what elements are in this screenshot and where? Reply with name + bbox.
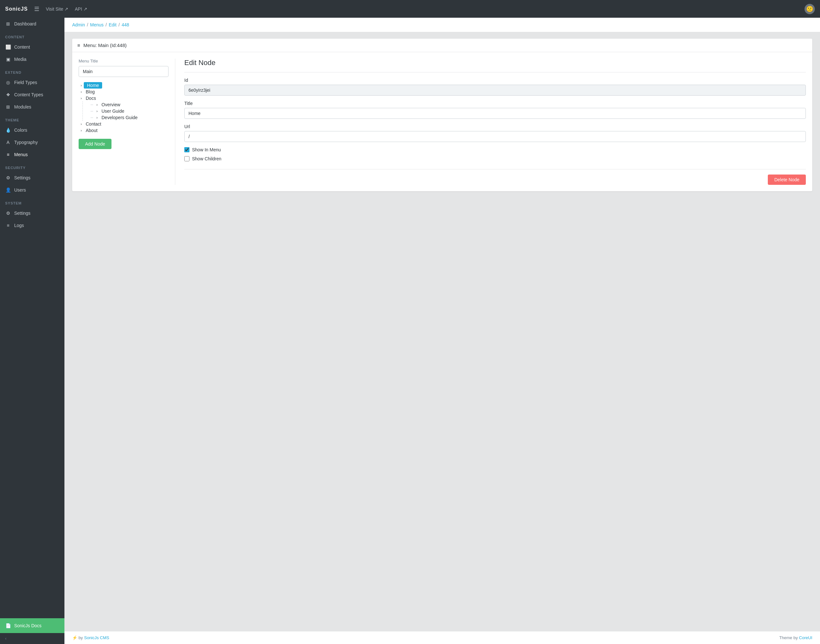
sidebar-item-content[interactable]: ⬜ Content	[0, 41, 64, 53]
show-in-menu-label[interactable]: Show In Menu	[192, 147, 221, 152]
menu-tree: › Home › Blog ›	[78, 82, 169, 133]
sidebar: ⊞ Dashboard CONTENT ⬜ Content ▣ Media EX…	[0, 18, 64, 644]
menu-panel: Menu Title › Home › B	[78, 58, 175, 185]
sidebar-item-modules[interactable]: ⊞ Modules	[0, 101, 64, 113]
tree-item-devguide-label[interactable]: Developers Guide	[100, 114, 140, 121]
tree-row-docs: › Docs › Overview	[78, 95, 169, 121]
title-field-group: Title	[184, 101, 806, 119]
sidebar-item-colors[interactable]: 💧 Colors	[0, 124, 64, 136]
breadcrumb-sep-3: /	[118, 22, 120, 28]
breadcrumb-edit[interactable]: Edit	[109, 22, 117, 28]
menu-list-icon: ≡	[77, 43, 80, 48]
breadcrumb-menus[interactable]: Menus	[90, 22, 104, 28]
sidebar-item-media-label: Media	[14, 57, 26, 62]
chevron-about: ›	[78, 128, 84, 133]
breadcrumb-admin[interactable]: Admin	[72, 22, 85, 28]
tree-row-contact[interactable]: › Contact	[78, 121, 169, 127]
tree-row-userguide[interactable]: › User Guide	[91, 108, 169, 114]
users-icon: 👤	[5, 187, 11, 193]
sidebar-item-users-label: Users	[14, 187, 26, 193]
visit-site-link[interactable]: Visit Site ↗	[46, 6, 68, 12]
sidebar-item-field-types[interactable]: ◎ Field Types	[0, 76, 64, 89]
show-children-label[interactable]: Show Children	[192, 156, 221, 161]
sidebar-item-typography[interactable]: A Typography	[0, 136, 64, 149]
sidebar-item-system-settings[interactable]: ⚙ Settings	[0, 207, 64, 219]
show-in-menu-checkbox[interactable]	[184, 147, 189, 152]
title-input[interactable]	[184, 108, 806, 119]
collapse-icon: ‹	[5, 636, 6, 641]
breadcrumb-sep-2: /	[106, 22, 107, 28]
menu-title-label: Menu Title	[78, 58, 169, 63]
sidebar-item-users[interactable]: 👤 Users	[0, 184, 64, 196]
sidebar-item-dashboard-label: Dashboard	[14, 21, 37, 26]
sidebar-item-content-types-label: Content Types	[14, 92, 43, 97]
tree-row-overview[interactable]: › Overview	[91, 101, 169, 108]
hamburger-icon[interactable]: ☰	[34, 6, 39, 12]
sidebar-item-menus[interactable]: ≡ Menus	[0, 149, 64, 161]
show-children-checkbox[interactable]	[184, 156, 189, 161]
sidebar-item-logs[interactable]: ≡ Logs	[0, 219, 64, 232]
top-navbar: SonicJS ☰ Visit Site ↗ API ↗ 🙁	[0, 0, 820, 18]
tree-item-about-label[interactable]: About	[84, 127, 100, 133]
nav-links: Visit Site ↗ API ↗	[46, 6, 805, 12]
tree-children-docs: › Overview › User Guide	[83, 101, 169, 121]
system-settings-icon: ⚙	[5, 210, 11, 216]
content-types-icon: ❖	[5, 92, 11, 98]
id-field-group: Id	[184, 78, 806, 96]
sidebar-item-menus-label: Menus	[14, 152, 28, 157]
section-label-system: SYSTEM	[0, 196, 64, 207]
footer-coreui-link[interactable]: CoreUI	[799, 635, 812, 640]
add-node-button[interactable]: Add Node	[78, 139, 112, 149]
tree-item-contact-label[interactable]: Contact	[84, 121, 103, 127]
edit-panel: Edit Node Id Title Url	[175, 58, 806, 185]
footer-bolt-icon: ⚡	[72, 635, 77, 640]
footer-sonicjs-link[interactable]: SonicJs CMS	[84, 635, 109, 640]
tree-row-home[interactable]: › Home	[78, 82, 169, 89]
sidebar-docs-item[interactable]: 📄 SonicJs Docs	[0, 618, 64, 633]
show-in-menu-group: Show In Menu	[184, 147, 806, 152]
sidebar-docs-label: SonicJs Docs	[14, 623, 41, 628]
sidebar-bottom: 📄 SonicJs Docs ‹	[0, 618, 64, 644]
show-children-group: Show Children	[184, 156, 806, 161]
tree-item-docs-label[interactable]: Docs	[84, 95, 98, 101]
tree-item-blog-label[interactable]: Blog	[84, 89, 97, 95]
sidebar-item-content-types[interactable]: ❖ Content Types	[0, 89, 64, 101]
url-label: Url	[184, 124, 806, 129]
logs-icon: ≡	[5, 222, 11, 228]
security-settings-icon: ⚙	[5, 175, 11, 181]
edit-footer: Delete Node	[184, 169, 806, 185]
sidebar-collapse[interactable]: ‹	[0, 633, 64, 644]
menu-title-input[interactable]	[78, 66, 169, 77]
modules-icon: ⊞	[5, 104, 11, 110]
tree-item-userguide-label[interactable]: User Guide	[100, 108, 126, 114]
main-card: ≡ Menu: Main (Id:448) Menu Title ›	[72, 38, 812, 191]
breadcrumb-id[interactable]: 448	[122, 22, 129, 28]
typography-icon: A	[5, 140, 11, 145]
url-input[interactable]	[184, 131, 806, 142]
tree-row-devguide[interactable]: › Developers Guide	[91, 114, 169, 121]
sidebar-item-typography-label: Typography	[14, 140, 38, 145]
tree-row-about[interactable]: › About	[78, 127, 169, 133]
sidebar-item-system-settings-label: Settings	[14, 211, 31, 216]
footer-theme-text: Theme by	[779, 635, 799, 640]
main-content: Admin / Menus / Edit / 448 ≡ Menu: Main …	[64, 18, 820, 644]
breadcrumb-sep-1: /	[87, 22, 88, 28]
sidebar-item-media[interactable]: ▣ Media	[0, 53, 64, 65]
menus-icon: ≡	[5, 152, 11, 158]
tree-item-home-label[interactable]: Home	[84, 82, 102, 89]
user-avatar[interactable]: 🙁	[805, 4, 815, 14]
tree-item-overview-label[interactable]: Overview	[100, 101, 122, 108]
sidebar-item-security-settings[interactable]: ⚙ Settings	[0, 172, 64, 184]
card-body: Menu Title › Home › B	[72, 52, 812, 191]
edit-node-title: Edit Node	[184, 58, 806, 72]
section-label-theme: THEME	[0, 113, 64, 124]
sidebar-item-content-label: Content	[14, 44, 30, 50]
sidebar-item-colors-label: Colors	[14, 127, 27, 133]
tree-row-blog[interactable]: › Blog	[78, 89, 169, 95]
sidebar-item-dashboard[interactable]: ⊞ Dashboard	[0, 18, 64, 30]
id-label: Id	[184, 78, 806, 83]
api-link[interactable]: API ↗	[75, 6, 87, 12]
delete-node-button[interactable]: Delete Node	[768, 175, 806, 185]
footer-by-text: by	[78, 635, 84, 640]
id-input	[184, 85, 806, 96]
